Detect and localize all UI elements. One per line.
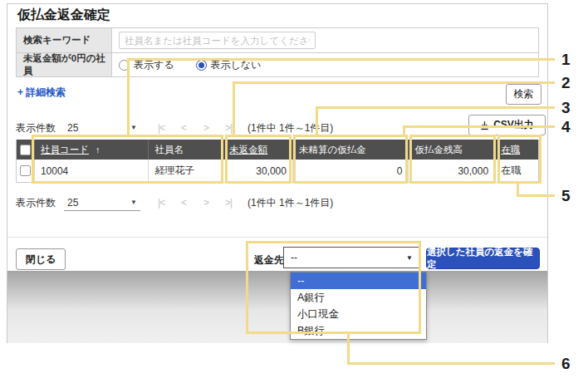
page-size-select-bottom[interactable]: 25 ▼: [64, 195, 140, 211]
callout-number-1: 1: [561, 51, 578, 69]
employee-table: 社員コード ↑ 社員名 未返金額 未精算の仮払金 仮払金残高 在職: [16, 140, 539, 183]
search-form: 検索キーワード 未返金額が0円の社員 表示する 表示しない: [16, 27, 539, 77]
page-size-value-bottom: 25: [67, 197, 78, 209]
zero-refund-row: 未返金額が0円の社員 表示する 表示しない: [17, 52, 538, 76]
first-page-icon[interactable]: |<: [155, 122, 167, 134]
callout-line-6-h: [347, 362, 555, 365]
callout-number-3: 3: [561, 99, 578, 117]
cell-employment-status: 在職: [495, 160, 538, 183]
refund-destination-select[interactable]: -- ▼: [283, 247, 420, 268]
search-button[interactable]: 検索: [506, 84, 541, 105]
refund-destination-dropdown: -- A銀行 小口現金 B銀行: [290, 272, 427, 340]
page-size-select[interactable]: 25 ▼: [64, 120, 140, 136]
header-employment-status[interactable]: 在職: [495, 140, 538, 160]
prev-page-icon-bottom[interactable]: <: [178, 197, 189, 209]
callout-number-5: 5: [561, 187, 578, 205]
pagination-bottom: 表示件数 25 ▼ |< < > >| (1件中 1件～1件目): [16, 193, 539, 213]
header-unrefunded-amount[interactable]: 未返金額: [223, 140, 293, 160]
select-all-checkbox-cell: [17, 140, 35, 160]
dropdown-option-bank-a[interactable]: A銀行: [291, 289, 426, 306]
pagination-top: 表示件数 25 ▼ |< < > >| (1件中 1件～1件目): [16, 118, 539, 138]
callout-number-6: 6: [561, 355, 578, 373]
screen: 仮払金返金確定 検索キーワード 未返金額が0円の社員 表示する: [0, 0, 588, 383]
dropdown-option-petty-cash[interactable]: 小口現金: [291, 306, 426, 322]
table-header-row: 社員コード ↑ 社員名 未返金額 未精算の仮払金 仮払金残高 在職: [17, 140, 538, 160]
download-icon: [480, 120, 489, 130]
result-range-text: (1件中 1件～1件目): [247, 121, 333, 135]
next-page-icon-bottom[interactable]: >: [200, 197, 212, 209]
dropdown-option-none[interactable]: --: [291, 273, 426, 289]
page-title: 仮払金返金確定: [17, 7, 110, 24]
detail-search-link[interactable]: + 詳細検索: [17, 86, 66, 100]
refund-confirmation-dialog: 仮払金返金確定 検索キーワード 未返金額が0円の社員 表示する: [7, 3, 548, 343]
footer-divider: [7, 237, 547, 238]
radio-hide[interactable]: 表示しない: [196, 58, 262, 72]
cell-advance-balance: 30,000: [409, 160, 495, 183]
keyword-input[interactable]: [119, 32, 316, 49]
header-employee-code[interactable]: 社員コード ↑: [35, 140, 149, 160]
radio-hide-circle[interactable]: [196, 60, 207, 71]
result-range-text-bottom: (1件中 1件～1件目): [247, 196, 333, 210]
callout-number-4: 4: [561, 118, 578, 136]
header-advance-balance: 仮払金残高: [409, 140, 495, 160]
radio-show[interactable]: 表示する: [119, 58, 174, 72]
first-page-icon-bottom[interactable]: |<: [155, 197, 167, 209]
next-page-icon[interactable]: >: [200, 122, 212, 134]
header-employee-name: 社員名: [149, 140, 223, 160]
refund-destination-label: 返金先: [254, 253, 284, 268]
cell-employee-code: 10004: [35, 160, 149, 183]
confirm-refund-button[interactable]: 選択した社員の返金を確定: [426, 248, 540, 269]
csv-export-label: CSV出力: [493, 118, 534, 132]
keyword-row: 検索キーワード: [17, 28, 538, 52]
callout-number-2: 2: [561, 74, 578, 92]
last-page-icon-bottom[interactable]: >|: [223, 197, 234, 209]
csv-export-button[interactable]: CSV出力: [468, 115, 546, 135]
page-background-gradient: [7, 271, 547, 343]
refund-destination-value: --: [291, 252, 297, 263]
cell-employee-name: 経理花子: [149, 160, 223, 183]
header-unsettled-advance: 未精算の仮払金: [293, 140, 409, 160]
keyword-label: 検索キーワード: [17, 28, 112, 52]
page-size-label: 表示件数: [16, 121, 56, 135]
page-size-label-bottom: 表示件数: [16, 196, 56, 210]
cell-unsettled-advance: 0: [293, 160, 409, 183]
radio-hide-label: 表示しない: [211, 58, 262, 72]
row-checkbox[interactable]: [20, 165, 31, 176]
last-page-icon[interactable]: >|: [223, 122, 234, 134]
cell-unrefunded-amount: 30,000: [223, 160, 293, 183]
chevron-down-icon: ▼: [406, 254, 413, 262]
radio-show-label: 表示する: [134, 58, 174, 72]
sort-asc-icon: ↑: [96, 145, 100, 155]
radio-show-circle[interactable]: [119, 60, 130, 71]
page-size-value: 25: [67, 122, 78, 134]
dropdown-option-bank-b[interactable]: B銀行: [291, 322, 426, 339]
chevron-down-icon: ▼: [130, 124, 137, 131]
chevron-down-icon: ▼: [130, 199, 137, 206]
prev-page-icon[interactable]: <: [178, 122, 189, 134]
zero-refund-label: 未返金額が0円の社員: [17, 53, 112, 76]
select-all-checkbox[interactable]: [20, 145, 31, 155]
table-row: 10004 経理花子 30,000 0 30,000 在職: [17, 160, 538, 183]
close-button[interactable]: 閉じる: [16, 248, 66, 270]
